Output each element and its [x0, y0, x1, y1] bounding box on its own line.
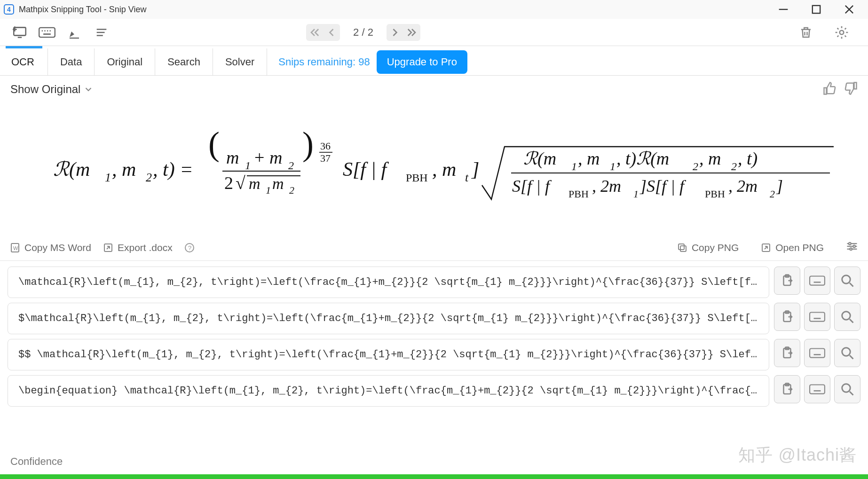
keyboard-button[interactable] — [37, 22, 57, 43]
keyboard-code-button[interactable] — [804, 375, 830, 403]
thumbs-up-icon — [823, 81, 837, 95]
code-text[interactable]: $\mathcal{R}\left(m_{1}, m_{2}, t\right)… — [8, 303, 769, 334]
svg-rect-13 — [43, 33, 51, 35]
svg-text:]S[f | f: ]S[f | f — [639, 177, 687, 196]
thumbs-down-button[interactable] — [844, 81, 858, 97]
search-code-button[interactable] — [834, 267, 860, 295]
window-minimize-button[interactable] — [774, 0, 793, 19]
list-icon — [95, 25, 109, 39]
svg-point-10 — [44, 30, 46, 31]
svg-text:2: 2 — [289, 184, 294, 196]
keyboard-code-button[interactable] — [804, 267, 830, 295]
search-icon — [840, 310, 854, 324]
svg-rect-84 — [810, 276, 825, 285]
svg-text:]: ] — [471, 158, 479, 180]
tab-search[interactable]: Search — [155, 48, 213, 75]
window-maximize-button[interactable] — [807, 0, 826, 19]
svg-point-12 — [49, 30, 51, 31]
export-docx-button[interactable]: Export .docx — [103, 242, 173, 253]
tab-data[interactable]: Data — [48, 48, 95, 75]
keyboard-code-button[interactable] — [804, 339, 830, 367]
copy-code-button[interactable] — [774, 339, 800, 367]
help-button[interactable]: ? — [184, 242, 195, 253]
open-png-button[interactable]: Open PNG — [760, 242, 824, 253]
nav-next-button[interactable] — [387, 24, 403, 41]
crop-monitor-icon — [12, 24, 28, 40]
copy-msword-button[interactable]: W Copy MS Word — [9, 242, 91, 253]
svg-point-81 — [850, 248, 852, 251]
keyboard-code-button[interactable] — [804, 303, 830, 331]
copy-png-label: Copy PNG — [692, 242, 739, 253]
keyboard-icon — [809, 275, 825, 286]
svg-text:, m: , m — [699, 149, 721, 168]
keyboard-icon — [809, 347, 825, 359]
svg-text:S[f | f: S[f | f — [512, 177, 552, 196]
svg-text:2: 2 — [288, 159, 294, 172]
svg-point-11 — [47, 30, 48, 31]
titlebar: 4 Mathpix Snipping Tool - Snip View — [0, 0, 868, 19]
confidence-label: Confidence — [0, 451, 868, 474]
svg-text:]: ] — [776, 177, 783, 196]
svg-text:ℛ(m: ℛ(m — [53, 158, 90, 181]
show-original-toggle[interactable]: Show Original — [10, 83, 94, 96]
pen-icon — [67, 25, 82, 40]
svg-text:?: ? — [188, 244, 191, 251]
snips-remaining[interactable]: Snips remaining: 98 — [278, 56, 370, 68]
svg-rect-4 — [14, 27, 26, 35]
svg-point-104 — [842, 384, 851, 393]
nav-first-button[interactable] — [306, 24, 323, 41]
thumbs-up-button[interactable] — [823, 81, 837, 97]
handwriting-button[interactable] — [64, 22, 85, 43]
delete-button[interactable] — [796, 22, 816, 43]
svg-rect-1 — [813, 6, 820, 13]
nav-last-button[interactable] — [403, 24, 420, 41]
copy-msword-label: Copy MS Word — [24, 242, 91, 253]
minimize-icon — [777, 3, 790, 16]
copy-code-button[interactable] — [774, 267, 800, 295]
settings-button[interactable] — [831, 22, 852, 43]
code-row: $\mathcal{R}\left(m_{1}, m_{2}, t\right)… — [8, 303, 860, 334]
chevron-down-icon — [83, 84, 94, 94]
copy-code-button[interactable] — [774, 375, 800, 403]
svg-text:, 2m: , 2m — [592, 177, 621, 196]
copy-png-button[interactable]: Copy PNG — [677, 242, 739, 253]
search-icon — [840, 274, 854, 288]
copy-code-button[interactable] — [774, 303, 800, 331]
svg-text:m: m — [226, 148, 239, 167]
search-code-button[interactable] — [834, 339, 860, 367]
window-close-button[interactable] — [840, 0, 859, 19]
nav-prev-button[interactable] — [323, 24, 340, 41]
tab-ocr[interactable]: OCR — [0, 48, 48, 75]
export-icon — [103, 242, 114, 253]
upgrade-button[interactable]: Upgrade to Pro — [377, 50, 467, 74]
list-button[interactable] — [91, 22, 112, 43]
svg-point-80 — [853, 245, 855, 248]
help-icon: ? — [184, 242, 195, 253]
action-bar: W Copy MS Word Export .docx ? Copy PNG O… — [0, 235, 868, 261]
search-code-button[interactable] — [834, 303, 860, 331]
svg-rect-103 — [814, 390, 821, 392]
svg-text:(: ( — [208, 129, 220, 163]
svg-text:1: 1 — [105, 171, 111, 184]
sliders-icon — [845, 240, 859, 253]
clipboard-icon — [780, 274, 794, 288]
svg-rect-85 — [814, 282, 821, 283]
svg-line-105 — [850, 392, 853, 395]
svg-text:ℛ(m: ℛ(m — [523, 149, 556, 169]
svg-text:√: √ — [236, 173, 245, 193]
chevrons-right-icon — [405, 26, 418, 39]
format-options-button[interactable] — [845, 240, 859, 255]
tab-solver[interactable]: Solver — [213, 48, 267, 75]
screenshot-snip-button[interactable] — [9, 22, 30, 43]
svg-text:, m: , m — [578, 149, 600, 168]
svg-line-87 — [850, 283, 853, 287]
svg-rect-74 — [679, 244, 684, 250]
svg-rect-73 — [680, 246, 686, 251]
code-text[interactable]: \mathcal{R}\left(m_{1}, m_{2}, t\right)=… — [8, 267, 769, 298]
search-code-button[interactable] — [834, 375, 860, 403]
svg-text:W: W — [13, 245, 18, 251]
tab-original[interactable]: Original — [95, 48, 155, 75]
svg-text:37: 37 — [320, 152, 331, 164]
code-text[interactable]: \begin{equation} \mathcal{R}\left(m_{1},… — [8, 375, 769, 407]
code-text[interactable]: $$ \mathcal{R}\left(m_{1}, m_{2}, t\righ… — [8, 339, 769, 370]
